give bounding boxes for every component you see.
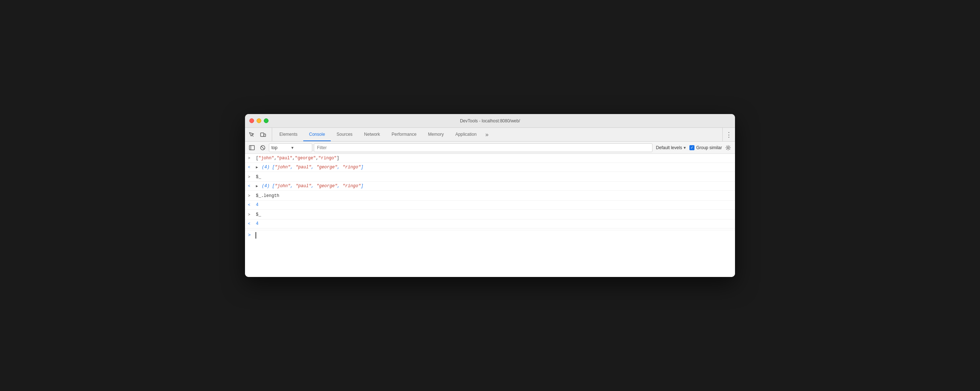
console-toolbar: top ▾ Default levels ▾ ✓ Group similar [245,142,735,154]
console-output: > ["john","paul","george","ringo"] < ▶ (… [245,154,735,277]
clear-console-button[interactable] [258,143,267,152]
expand-arrow-icon[interactable]: ▶ [256,166,258,169]
expand-arrow-icon[interactable]: ▶ [256,184,258,188]
toolbar-left [247,128,272,141]
group-similar-label: Group similar [696,145,722,150]
devtools-window: DevTools - localhost:8080/web/ Elements [245,114,735,277]
console-row: < ▶ (4) ["john", "paul", "george", "ring… [245,163,735,172]
tab-network[interactable]: Network [358,128,386,141]
close-button[interactable] [249,118,254,123]
console-input-cursor[interactable] [253,232,256,239]
console-input-row: > [245,230,735,240]
console-filter-input[interactable] [314,144,652,152]
svg-point-6 [727,147,729,148]
more-tabs-button[interactable]: » [482,128,492,141]
input-arrow-icon: > [248,193,254,199]
show-sidebar-button[interactable] [247,143,256,152]
input-arrow-icon: > [248,212,254,218]
device-toggle-button[interactable] [258,129,268,140]
tabs-bar: Elements Console Sources Network Perform… [245,128,735,142]
console-settings-button[interactable] [724,143,733,152]
console-row: > $_ [245,210,735,219]
output-arrow-icon: < [248,221,254,227]
window-title: DevTools - localhost:8080/web/ [460,118,520,123]
maximize-button[interactable] [264,118,269,123]
svg-rect-0 [261,133,264,136]
console-input-prompt: > [248,232,251,239]
output-arrow-icon: < [248,202,254,208]
console-row: < ▶ (4) ["john", "paul", "george", "ring… [245,182,735,191]
chevron-down-icon: ▾ [291,145,310,150]
tab-console[interactable]: Console [303,128,331,141]
tab-application[interactable]: Application [449,128,482,141]
log-level-selector[interactable]: Default levels ▾ [654,144,688,151]
inspect-element-button[interactable] [247,129,256,140]
input-arrow-icon: > [248,155,254,161]
output-arrow-icon: < [248,164,254,171]
tab-memory[interactable]: Memory [422,128,449,141]
kebab-menu-button[interactable]: ⋮ [722,128,735,141]
group-similar-checkbox[interactable]: ✓ [689,145,694,150]
traffic-lights [249,118,269,123]
console-row: > ["john","paul","george","ringo"] [245,154,735,163]
svg-rect-1 [264,134,266,136]
minimize-button[interactable] [256,118,261,123]
input-arrow-icon: > [248,174,254,180]
console-row: > $_.length [245,192,735,201]
group-similar-container: ✓ Group similar [689,145,722,150]
execution-context-selector[interactable]: top ▾ [269,144,312,152]
console-row: < 4 [245,219,735,228]
console-row: > $_ [245,173,735,182]
console-row: < 4 [245,201,735,210]
svg-line-5 [261,146,264,149]
tab-performance[interactable]: Performance [386,128,422,141]
svg-rect-2 [249,145,255,150]
output-arrow-icon: < [248,183,254,189]
tab-sources[interactable]: Sources [331,128,358,141]
chevron-down-icon: ▾ [684,145,686,150]
main-tabs: Elements Console Sources Network Perform… [274,128,722,141]
tab-elements[interactable]: Elements [274,128,303,141]
titlebar: DevTools - localhost:8080/web/ [245,114,735,128]
